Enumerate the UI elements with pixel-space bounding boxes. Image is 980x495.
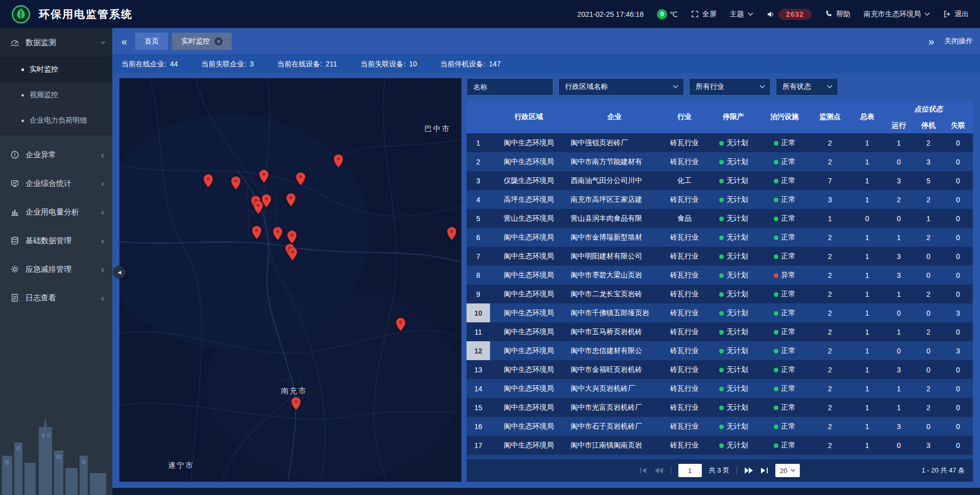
first-page-button[interactable] [640, 467, 647, 474]
table-row[interactable]: 5营山生态环境局营山县润丰肉食品有限食品无计划正常10010 [467, 209, 973, 228]
cell-company: 阆中市五马桥页岩机砖 [568, 322, 662, 341]
cell-index: 8 [467, 266, 490, 285]
map-pin[interactable] [296, 172, 306, 186]
table-row[interactable]: 6阆中生态环境局阆中市金博瑞新型墙材砖瓦行业无计划正常21120 [467, 228, 973, 247]
sidebar-group-0[interactable]: 数据监测‹ [0, 28, 112, 57]
cell-limit-status: 无计划 [707, 152, 760, 171]
current-page-input[interactable]: 1 [678, 464, 702, 477]
tab-close-icon[interactable]: × [214, 37, 223, 45]
map-pin[interactable] [273, 227, 283, 241]
table-row[interactable]: 12阆中生态环境局阆中市忠信建材有限公砖瓦行业无计划正常21003 [467, 341, 973, 360]
cell-points: 2 [810, 455, 850, 459]
close-operations-button[interactable]: 关闭操作 [944, 37, 973, 46]
sidebar-group-6[interactable]: 日志查看‹ [0, 284, 112, 312]
cell-limit-status: 无计划 [707, 398, 760, 417]
name-filter-input[interactable] [467, 78, 553, 96]
org-dropdown[interactable]: 南充市生态环境局 [864, 10, 930, 19]
map-pin[interactable] [203, 174, 213, 188]
divider [737, 466, 737, 475]
sidebar-item-0-2[interactable]: 企业电力负荷明细 [0, 108, 112, 133]
map-pin[interactable] [286, 193, 296, 206]
sidebar-group-1[interactable]: 企业异常‹ [0, 140, 112, 169]
cell-meter: 1 [850, 341, 884, 360]
region-select[interactable]: 行政区域名称 [558, 78, 684, 96]
table-row[interactable]: 17阆中生态环境局阆中市江南镇阆南页岩砖瓦行业无计划正常21030 [467, 436, 973, 455]
table-row[interactable]: 9阆中生态环境局阆中市二龙长宝页岩砖砖瓦行业无计划正常21120 [467, 285, 973, 303]
cell-index: 17 [467, 436, 490, 455]
sidebar-group-label: 基础数据管理 [26, 236, 95, 246]
status-select[interactable]: 所有状态 [776, 78, 838, 96]
next-page-button[interactable] [744, 467, 753, 474]
table-row[interactable]: 10阆中生态环境局阆中市千佛镇五郎垭页岩砖瓦行业无计划正常21003 [467, 303, 973, 322]
table-row[interactable]: 15阆中生态环境局阆中市光富页岩机砖厂砖瓦行业无计划正常21120 [467, 398, 973, 417]
help-button[interactable]: 帮助 [825, 10, 850, 19]
sidebar-item-0-1[interactable]: 视频监控 [0, 82, 112, 108]
theme-dropdown[interactable]: 主题 [730, 10, 753, 19]
table-row[interactable]: 3仪陇生态环境局西南油气田分公司川中化工无计划正常71350 [467, 171, 973, 190]
cell-facility-status: 正常 [760, 398, 810, 417]
sidebar-item-label: 实时监控 [30, 65, 58, 74]
table-row[interactable]: 18南部生态环境局南部县建兴页岩砖有限公砖瓦行业无计划正常21060 [467, 455, 973, 459]
map-pin[interactable] [231, 176, 241, 190]
cell-meter: 1 [850, 266, 884, 285]
table-row[interactable]: 4高坪生态环境局南充市高坪区王家店建砖瓦行业无计划正常31220 [467, 190, 973, 209]
cell-run: 1 [884, 398, 914, 417]
tab-1[interactable]: 实时监控× [172, 33, 232, 50]
map-pin[interactable] [287, 230, 297, 244]
cell-industry: 砖瓦行业 [662, 133, 707, 152]
cell-stop: 0 [914, 247, 943, 266]
map-pin[interactable] [287, 247, 298, 261]
main-area: 数据监测‹实时监控视频监控企业电力负荷明细企业异常‹企业综合统计‹企业用电量分析… [0, 28, 980, 495]
fullscreen-icon [691, 10, 699, 18]
cell-points: 3 [810, 190, 850, 209]
map-pin[interactable] [396, 317, 406, 331]
table-row[interactable]: 13阆中生态环境局阆中市金福旺页岩机砖砖瓦行业无计划正常21300 [467, 360, 973, 379]
cell-limit-status: 无计划 [707, 228, 760, 247]
map-pin[interactable] [447, 227, 457, 241]
announcement-widget[interactable]: 2632 [767, 9, 812, 20]
logout-button[interactable]: 退出 [943, 10, 969, 19]
cell-stop: 0 [914, 360, 943, 379]
col-meter: 总表 [850, 101, 884, 133]
table-row[interactable]: 8阆中生态环境局阆中市枣碧大梁山页岩砖瓦行业无计划异常21300 [467, 266, 973, 285]
map-pin[interactable] [253, 200, 263, 214]
table-row[interactable]: 11阆中生态环境局阆中市五马桥页岩机砖砖瓦行业无计划正常21120 [467, 322, 973, 341]
cell-region: 阆中生态环境局 [490, 379, 568, 398]
status-dot-icon [719, 235, 724, 240]
sidebar-group-2[interactable]: 企业综合统计‹ [0, 169, 112, 198]
last-page-button[interactable] [761, 467, 768, 474]
cell-index: 3 [467, 171, 490, 190]
cell-points: 2 [810, 417, 850, 436]
table-row[interactable]: 2阆中生态环境局阆中市南方节能建材有砖瓦行业无计划正常21030 [467, 152, 973, 171]
cell-company: 西南油气田分公司川中 [568, 171, 662, 190]
tab-0[interactable]: 首页 [135, 33, 168, 50]
sidebar-group-4[interactable]: 基础数据管理‹ [0, 226, 112, 255]
sidebar-item-0-0[interactable]: 实时监控 [0, 57, 112, 82]
table-row[interactable]: 14阆中生态环境局阆中大兴页岩机砖厂砖瓦行业无计划正常21120 [467, 379, 973, 398]
table-row[interactable]: 16阆中生态环境局阆中市石子页岩机砖厂砖瓦行业无计划正常21300 [467, 417, 973, 436]
map-pin[interactable] [252, 225, 262, 239]
prev-page-button[interactable] [654, 467, 664, 474]
cell-run: 2 [884, 190, 914, 209]
fullscreen-button[interactable]: 全屏 [691, 10, 717, 19]
tabs-scroll-left-button[interactable]: « [119, 36, 129, 46]
map-pin[interactable] [333, 154, 344, 168]
stat-value: 211 [326, 60, 337, 69]
table-row[interactable]: 7阆中生态环境局阆中明阳建材有限公司砖瓦行业无计划正常21300 [467, 247, 973, 266]
table-row[interactable]: 1阆中生态环境局阆中强锐页岩砖厂砖瓦行业无计划正常21120 [467, 133, 973, 152]
cell-region: 营山生态环境局 [490, 209, 568, 228]
page-size-select[interactable]: 20 [775, 464, 800, 477]
tabs-scroll-right-button[interactable]: » [926, 36, 936, 46]
cell-industry: 砖瓦行业 [662, 266, 707, 285]
map-pin[interactable] [259, 169, 269, 183]
sidebar-group-3[interactable]: 企业用电量分析‹ [0, 198, 112, 226]
industry-select[interactable]: 所有行业 [689, 78, 771, 96]
cell-lost: 3 [943, 341, 973, 360]
map-collapse-toggle[interactable]: ◀ [113, 266, 126, 278]
cell-stop: 2 [914, 190, 943, 209]
sidebar-group-5[interactable]: 应急减排管理‹ [0, 255, 112, 284]
map-pin[interactable] [291, 397, 301, 411]
cell-lost: 0 [943, 247, 973, 266]
col-limit: 停限产 [707, 101, 760, 133]
map[interactable]: 巴中市南充市遂宁市 [119, 78, 461, 482]
